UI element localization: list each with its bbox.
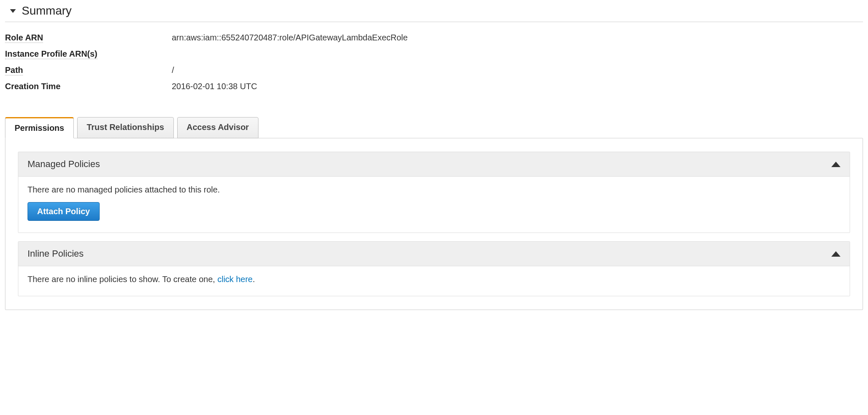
body-managed-policies: There are no managed policies attached t… — [18, 177, 850, 232]
title-managed-policies: Managed Policies — [28, 159, 100, 170]
inline-empty-prefix: There are no inline policies to show. To… — [28, 275, 217, 284]
header-inline-policies[interactable]: Inline Policies — [18, 242, 850, 266]
value-creation-time: 2016-02-01 10:38 UTC — [172, 82, 257, 91]
caret-down-icon — [10, 9, 16, 13]
summary-header[interactable]: Summary — [5, 0, 863, 22]
tabs: Permissions Trust Relationships Access A… — [5, 117, 863, 138]
label-instance-profile: Instance Profile ARN(s) — [5, 49, 172, 59]
chevron-up-icon — [831, 251, 840, 257]
label-creation-time: Creation Time — [5, 82, 172, 91]
row-role-arn: Role ARN arn:aws:iam::655240720487:role/… — [5, 30, 863, 46]
summary-title: Summary — [22, 4, 72, 18]
row-creation-time: Creation Time 2016-02-01 10:38 UTC — [5, 78, 863, 95]
label-path: Path — [5, 65, 172, 75]
tab-permissions[interactable]: Permissions — [5, 117, 74, 138]
row-path: Path / — [5, 62, 863, 78]
attach-policy-button[interactable]: Attach Policy — [28, 202, 100, 221]
msg-managed-empty: There are no managed policies attached t… — [28, 185, 840, 195]
value-path: / — [172, 65, 174, 75]
msg-inline-empty: There are no inline policies to show. To… — [28, 275, 840, 284]
section-inline-policies: Inline Policies There are no inline poli… — [18, 241, 850, 296]
label-role-arn: Role ARN — [5, 33, 172, 42]
tab-trust-relationships[interactable]: Trust Relationships — [77, 117, 174, 138]
header-managed-policies[interactable]: Managed Policies — [18, 152, 850, 177]
summary-body: Role ARN arn:aws:iam::655240720487:role/… — [5, 22, 863, 109]
tab-panel-permissions: Managed Policies There are no managed po… — [5, 138, 863, 310]
value-role-arn: arn:aws:iam::655240720487:role/APIGatewa… — [172, 33, 408, 42]
section-managed-policies: Managed Policies There are no managed po… — [18, 152, 850, 233]
tab-access-advisor[interactable]: Access Advisor — [177, 117, 258, 138]
title-inline-policies: Inline Policies — [28, 248, 84, 259]
inline-suffix: . — [253, 275, 255, 284]
chevron-up-icon — [831, 162, 840, 167]
body-inline-policies: There are no inline policies to show. To… — [18, 266, 850, 296]
row-instance-profile: Instance Profile ARN(s) — [5, 46, 863, 62]
click-here-link[interactable]: click here — [217, 275, 252, 284]
